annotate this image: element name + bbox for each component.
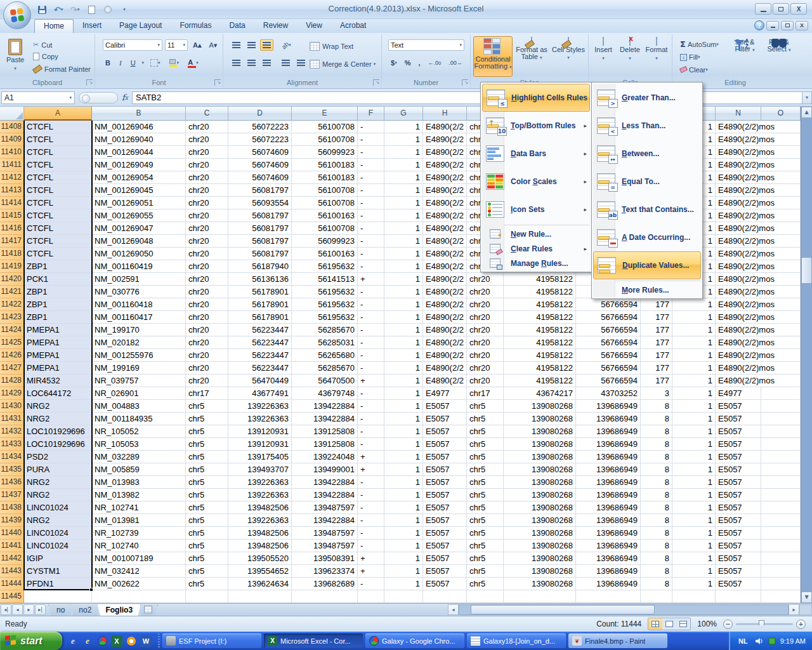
paste-button[interactable]: Paste▾ [3,36,28,77]
cell-O11441[interactable] [761,540,801,552]
cell-G11428[interactable]: 1 [384,375,423,387]
cell-I11432[interactable]: chr5 [467,425,504,438]
cell-B11428[interactable]: NR_039757 [92,375,186,387]
cell-L11425[interactable]: 177 [641,336,672,349]
cell-M11445[interactable] [672,590,716,603]
cell-G11425[interactable]: 1 [384,336,423,349]
cell-B11436[interactable]: NM_013983 [92,476,186,489]
name-box[interactable]: A1▾ [1,91,75,104]
cell-M11422[interactable]: 1 [672,298,716,311]
decrease-indent-button[interactable] [279,57,292,69]
cell-D11418[interactable]: 56081797 [228,248,292,260]
cell-B11418[interactable]: NM_001269050 [92,248,186,260]
cell-K11429[interactable]: 43703252 [576,387,641,400]
menu-item-icon-sets[interactable]: Icon Sets▸ [482,196,590,223]
cell-A11445[interactable] [24,590,92,603]
cell-A11421[interactable]: ZBP1 [24,286,92,298]
cell-K11426[interactable]: 56766594 [576,349,641,362]
cell-G11412[interactable]: 1 [384,171,423,184]
cell-N11414[interactable]: E4890(2/2)mos [716,197,801,209]
cell-G11411[interactable]: 1 [384,159,423,171]
cell-H11424[interactable]: E4890(2/2 [423,324,467,336]
row-header-11432[interactable]: 11432 [0,425,24,438]
cell-J11443[interactable]: 139080268 [504,565,576,578]
cell-D11423[interactable]: 56178901 [228,311,292,324]
cell-G11415[interactable]: 1 [384,209,423,222]
row-header-11409[interactable]: 11409 [0,133,24,146]
cell-A11420[interactable]: PCK1 [24,273,92,286]
cell-A11419[interactable]: ZBP1 [24,260,92,273]
cell-D11439[interactable]: 139226363 [228,514,292,527]
cell-B11437[interactable]: NM_013982 [92,489,186,501]
menu-item-new-rule[interactable]: *New Rule... [482,227,590,241]
cell-E11436[interactable]: 139422884 [292,476,358,489]
cell-E11415[interactable]: 56100163 [292,209,358,222]
font-family-combo[interactable]: Calibri▾ [103,39,162,51]
cell-N11429[interactable]: E4977 [716,387,761,400]
cell-D11426[interactable]: 56223447 [228,349,292,362]
cell-A11426[interactable]: PMEPA1 [24,349,92,362]
cell-K11425[interactable]: 56766594 [576,336,641,349]
cell-A11416[interactable]: CTCFL [24,222,92,235]
cell-E11440[interactable]: 139487597 [292,527,358,540]
cell-C11423[interactable]: chr20 [186,311,228,324]
cell-H11415[interactable]: E4890(2/2 [423,209,467,222]
cell-J11434[interactable]: 139080268 [504,451,576,463]
cell-C11434[interactable]: chr5 [186,451,228,463]
cell-B11440[interactable]: NR_102739 [92,527,186,540]
vertical-scroll-thumb[interactable] [801,257,812,284]
cell-N11418[interactable]: E4890(2/2)mos [716,248,801,260]
chrome-icon[interactable] [96,635,108,647]
cell-I11422[interactable]: chr20 [467,298,504,311]
cell-M11423[interactable]: 1 [672,311,716,324]
cell-C11416[interactable]: chr20 [186,222,228,235]
minimize-button[interactable] [755,3,771,15]
cell-M11438[interactable]: 1 [672,501,716,514]
shrink-font-button[interactable]: A▾ [206,39,219,51]
cell-B11408[interactable]: NM_001269046 [92,121,186,133]
cell-M11430[interactable]: 1 [672,400,716,413]
cell-G11442[interactable]: 1 [384,552,423,565]
cell-B11443[interactable]: NM_032412 [92,565,186,578]
expand-formula-bar-button[interactable]: ▾ [802,91,812,104]
hscroll-right-button[interactable]: ▸ [789,604,799,615]
cell-H11433[interactable]: E5057 [423,438,467,451]
cell-E11443[interactable]: 139623374 [292,565,358,578]
cell-I11434[interactable]: chr5 [467,451,504,463]
cell-E11413[interactable]: 56100708 [292,184,358,197]
cell-D11433[interactable]: 139120931 [228,438,292,451]
cell-E11417[interactable]: 56099923 [292,235,358,248]
cell-A11410[interactable]: CTCFL [24,146,92,159]
volume-icon[interactable] [755,637,764,646]
cell-I11425[interactable]: chr20 [467,336,504,349]
cell-G11422[interactable]: 1 [384,298,423,311]
restore-button[interactable] [773,3,789,15]
cell-F11411[interactable]: - [358,159,384,171]
tab-insert[interactable]: Insert [74,19,110,33]
cell-C11428[interactable]: chr20 [186,375,228,387]
cell-A11439[interactable]: NRG2 [24,514,92,527]
cell-D11435[interactable]: 139493707 [228,463,292,476]
cell-N11438[interactable]: E5057 [716,501,761,514]
cell-I11436[interactable]: chr5 [467,476,504,489]
row-header-11436[interactable]: 11436 [0,476,24,489]
cell-E11428[interactable]: 56470500 [292,375,358,387]
column-header-C[interactable]: C [186,107,228,121]
cell-D11419[interactable]: 56187940 [228,260,292,273]
menu-item-equal-to[interactable]: =Equal To... [593,168,701,196]
select-all-button[interactable] [0,107,24,121]
cell-G11423[interactable]: 1 [384,311,423,324]
number-format-combo[interactable]: Text▾ [388,39,464,51]
cell-M11444[interactable]: 1 [672,578,716,590]
cell-G11431[interactable]: 1 [384,413,423,425]
cell-J11445[interactable] [504,590,576,603]
cell-O11445[interactable] [761,590,801,603]
cell-N11417[interactable]: E4890(2/2)mos [716,235,801,248]
cell-I11438[interactable]: chr5 [467,501,504,514]
cell-J11438[interactable]: 139080268 [504,501,576,514]
cell-G11413[interactable]: 1 [384,184,423,197]
cell-I11440[interactable]: chr5 [467,527,504,540]
cell-J11442[interactable]: 139080268 [504,552,576,565]
top-align-button[interactable] [230,39,243,51]
cell-D11422[interactable]: 56178901 [228,298,292,311]
